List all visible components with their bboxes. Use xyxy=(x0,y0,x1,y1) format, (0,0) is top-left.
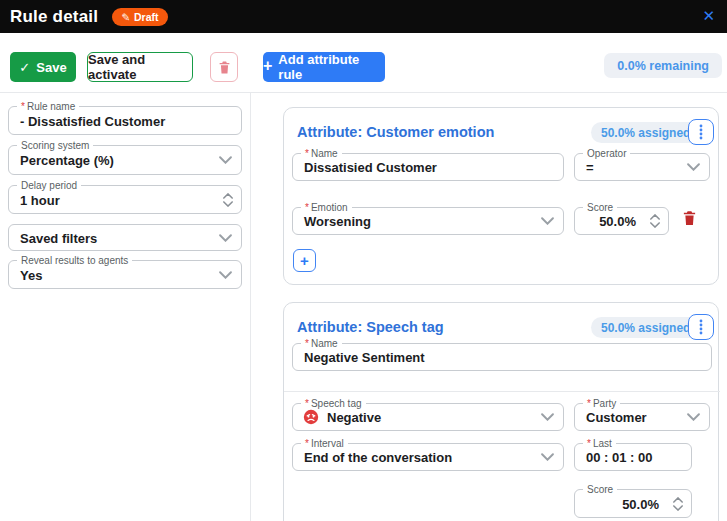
score-value: 50.0% xyxy=(622,496,659,511)
attribute-name-label: Name xyxy=(311,338,338,349)
speech-tag-label: Speech tag xyxy=(311,398,362,409)
operator-select[interactable]: Operator = xyxy=(574,153,710,181)
saved-filters-value: Saved filters xyxy=(20,230,97,245)
plus-icon: + xyxy=(263,57,272,75)
party-select[interactable]: *Party Customer xyxy=(574,403,710,431)
emotion-select[interactable]: *Emotion Worsening xyxy=(292,207,564,235)
last-value: 00 : 01 : 00 xyxy=(586,450,653,465)
score-label: Score xyxy=(583,483,617,496)
delay-period-value: 1 hour xyxy=(20,192,60,207)
delete-rule-button[interactable] xyxy=(210,52,238,82)
delay-period-label: Delay period xyxy=(17,179,81,192)
chevron-down-icon xyxy=(687,163,700,171)
angry-face-icon xyxy=(303,409,319,425)
draft-status-badge: ✎ Draft xyxy=(112,8,167,26)
attribute-name-value: Negative Sentiment xyxy=(304,350,425,365)
check-icon: ✓ xyxy=(19,60,30,75)
party-label: Party xyxy=(593,398,616,409)
card-title: Attribute: Speech tag xyxy=(297,319,444,335)
stepper-arrows-icon[interactable] xyxy=(223,193,233,207)
plus-icon: + xyxy=(300,252,309,269)
score-stepper[interactable]: Score 50.0% xyxy=(574,489,692,518)
score-label: Score xyxy=(583,201,617,214)
assigned-percentage-badge: 50.0% assigned xyxy=(591,122,700,143)
reveal-results-label: Reveal results to agents xyxy=(17,254,132,267)
add-condition-button[interactable]: + xyxy=(293,249,316,272)
attribute-name-value: Dissatisied Customer xyxy=(304,160,437,175)
speech-tag-select[interactable]: *Speech tag Negative xyxy=(292,403,564,431)
speech-tag-value: Negative xyxy=(327,410,381,425)
save-activate-label: Save and activate xyxy=(88,52,192,82)
save-button-label: Save xyxy=(36,60,66,75)
attribute-card-customer-emotion: Attribute: Customer emotion 50.0% assign… xyxy=(283,107,719,285)
interval-label: Interval xyxy=(311,438,344,449)
operator-label: Operator xyxy=(583,147,630,160)
scoring-system-label: Scoring system xyxy=(17,139,93,152)
score-stepper[interactable]: Score 50.0% xyxy=(574,207,669,235)
kebab-menu-button[interactable] xyxy=(688,119,714,145)
required-asterisk: * xyxy=(305,398,309,409)
save-button[interactable]: ✓ Save xyxy=(10,52,76,82)
toolbar-divider xyxy=(0,92,727,93)
emotion-value: Worsening xyxy=(304,214,371,229)
interval-select[interactable]: *Interval End of the conversation xyxy=(292,443,564,471)
rule-name-field[interactable]: *Rule name - Dissatisfied Customer xyxy=(8,106,242,135)
required-asterisk: * xyxy=(305,148,309,159)
chevron-down-icon xyxy=(219,234,232,242)
card-title: Attribute: Customer emotion xyxy=(297,124,494,140)
page-title: Rule detail xyxy=(10,7,98,27)
party-value: Customer xyxy=(586,410,647,425)
reveal-results-select[interactable]: Reveal results to agents Yes xyxy=(8,260,242,289)
required-asterisk: * xyxy=(21,101,25,112)
chevron-down-icon xyxy=(541,413,554,421)
trash-icon xyxy=(218,60,231,75)
delete-condition-trash-icon[interactable] xyxy=(682,209,697,227)
required-asterisk: * xyxy=(305,338,309,349)
required-asterisk: * xyxy=(305,202,309,213)
chevron-down-icon xyxy=(219,156,232,164)
score-value: 50.0% xyxy=(599,214,636,229)
rule-name-value: - Dissatisfied Customer xyxy=(20,113,165,128)
last-duration-field[interactable]: *Last 00 : 01 : 00 xyxy=(574,443,692,471)
required-asterisk: * xyxy=(587,438,591,449)
required-asterisk: * xyxy=(305,438,309,449)
close-icon[interactable]: ✕ xyxy=(702,7,715,25)
rule-name-label: Rule name xyxy=(27,101,75,112)
draft-badge-label: Draft xyxy=(134,11,159,23)
chevron-down-icon xyxy=(541,453,554,461)
stepper-arrows-icon[interactable] xyxy=(673,497,683,511)
chevron-down-icon xyxy=(541,217,554,225)
assigned-percentage-badge: 50.0% assigned xyxy=(591,317,700,338)
add-attribute-rule-button[interactable]: + Add attribute rule xyxy=(263,52,385,82)
emotion-label: Emotion xyxy=(311,202,348,213)
window-header: Rule detail ✎ Draft ✕ xyxy=(0,0,727,33)
scoring-system-value: Percentage (%) xyxy=(20,153,114,168)
card-section-divider xyxy=(284,391,720,392)
save-and-activate-button[interactable]: Save and activate xyxy=(87,52,193,82)
attribute-card-speech-tag: Attribute: Speech tag 50.0% assigned *Na… xyxy=(283,302,719,521)
reveal-results-value: Yes xyxy=(20,267,42,282)
last-label: Last xyxy=(593,438,612,449)
chevron-down-icon xyxy=(219,271,232,279)
kebab-menu-button[interactable] xyxy=(688,314,714,340)
stepper-arrows-icon[interactable] xyxy=(650,214,660,228)
pencil-icon: ✎ xyxy=(121,11,130,23)
add-rule-label: Add attribute rule xyxy=(278,52,385,82)
attribute-name-field[interactable]: *Name Dissatisied Customer xyxy=(292,153,564,181)
operator-value: = xyxy=(586,160,594,175)
attribute-name-label: Name xyxy=(311,148,338,159)
delay-period-stepper[interactable]: Delay period 1 hour xyxy=(8,185,242,214)
remaining-percentage-badge: 0.0% remaining xyxy=(604,53,722,78)
scoring-system-select[interactable]: Scoring system Percentage (%) xyxy=(8,145,242,175)
saved-filters-select[interactable]: Saved filters xyxy=(8,224,242,251)
chevron-down-icon xyxy=(687,413,700,421)
interval-value: End of the conversation xyxy=(304,450,452,465)
attribute-name-field[interactable]: *Name Negative Sentiment xyxy=(292,343,712,371)
panel-divider xyxy=(250,93,251,521)
required-asterisk: * xyxy=(587,398,591,409)
